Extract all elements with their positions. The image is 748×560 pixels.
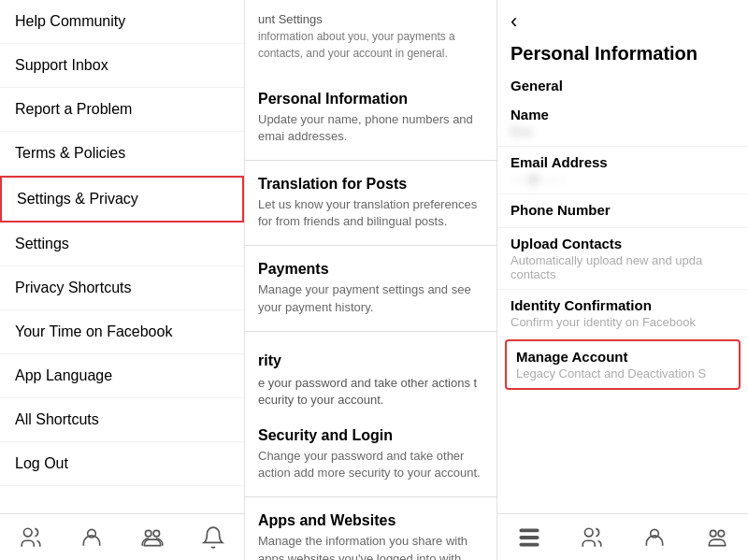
left-menu-item[interactable]: Log Out xyxy=(0,442,244,486)
svg-point-14 xyxy=(718,530,725,537)
left-menu-item[interactable]: Terms & Policies xyxy=(0,132,244,176)
general-heading: General xyxy=(497,72,748,99)
top-bar: ‹ xyxy=(497,0,748,39)
info-value: ·····@···.··· xyxy=(511,172,735,186)
left-menu-item[interactable]: Support Inbox xyxy=(0,44,244,88)
menu-icon-r[interactable] xyxy=(516,524,542,551)
right-panel: ‹ Personal Information General NameEvaEm… xyxy=(497,0,748,560)
security-sections: Security and Login Change your password … xyxy=(245,416,496,560)
left-menu-item[interactable]: Help Community xyxy=(0,0,244,44)
svg-point-0 xyxy=(23,528,32,537)
settings-section[interactable]: Personal Information Update your name, p… xyxy=(245,79,496,156)
divider xyxy=(245,331,496,332)
left-menu-item[interactable]: Settings & Privacy xyxy=(0,176,244,223)
left-bottom-nav xyxy=(0,513,244,560)
middle-panel: unt Settings information about you, your… xyxy=(245,0,497,560)
info-label: Upload Contacts xyxy=(511,236,735,251)
info-label: Name xyxy=(511,107,735,122)
section-title: Translation for Posts xyxy=(258,176,483,193)
info-value: Automatically upload new and upda contac… xyxy=(511,253,735,281)
left-panel: Help CommunitySupport InboxReport a Prob… xyxy=(0,0,245,560)
security-section-desc: Change your password and take other acti… xyxy=(258,448,483,481)
right-bottom-nav xyxy=(497,513,748,560)
middle-sections: Personal Information Update your name, p… xyxy=(245,79,496,336)
section-desc: Manage your payment settings and see you… xyxy=(258,281,483,315)
section-desc: Let us know your translation preferences… xyxy=(258,196,483,230)
right-items: NameEvaEmail Address·····@···.···Phone N… xyxy=(497,99,748,392)
svg-point-3 xyxy=(153,530,160,537)
left-menu-item[interactable]: Settings xyxy=(0,223,244,266)
info-item[interactable]: Phone Number xyxy=(497,194,748,228)
group-icon[interactable] xyxy=(139,524,165,551)
info-item[interactable]: NameEva xyxy=(497,99,748,147)
svg-rect-10 xyxy=(520,543,539,545)
left-menu-item[interactable]: Report a Problem xyxy=(0,88,244,132)
left-menu: Help CommunitySupport InboxReport a Prob… xyxy=(0,0,244,486)
section-title: Personal Information xyxy=(258,91,483,108)
svg-rect-9 xyxy=(520,536,539,538)
back-arrow-icon[interactable]: ‹ xyxy=(511,9,517,34)
info-item[interactable]: Identity ConfirmationConfirm your identi… xyxy=(497,290,748,337)
bell-icon[interactable] xyxy=(200,524,226,551)
section-title: Payments xyxy=(258,261,483,278)
security-section-title: Apps and Websites xyxy=(258,512,483,529)
security-section-item[interactable]: Apps and Websites Manage the information… xyxy=(245,501,496,560)
info-label: Phone Number xyxy=(511,202,735,218)
security-section-desc: Manage the information you share with ap… xyxy=(258,533,483,560)
security-section-title: Security and Login xyxy=(258,427,483,444)
people-icon-r[interactable] xyxy=(579,524,605,551)
settings-section[interactable]: Payments Manage your payment settings an… xyxy=(245,250,496,326)
info-value: Confirm your identity on Facebook xyxy=(511,315,735,329)
info-value: Legacy Contact and Deactivation S xyxy=(516,366,729,381)
svg-point-2 xyxy=(146,530,152,537)
security-desc: e your password and take other actions t… xyxy=(245,373,496,416)
info-item[interactable]: Email Address·····@···.··· xyxy=(497,147,748,194)
left-menu-item[interactable]: Your Time on Facebook xyxy=(0,310,244,354)
page-title: Personal Information xyxy=(497,39,748,72)
divider xyxy=(245,160,496,161)
divider xyxy=(245,496,496,497)
security-label: rity xyxy=(245,343,496,373)
left-menu-item[interactable]: All Shortcuts xyxy=(0,398,244,442)
security-section-item[interactable]: Security and Login Change your password … xyxy=(245,416,496,493)
group-icon-r[interactable] xyxy=(704,524,730,551)
svg-point-13 xyxy=(710,530,716,537)
info-label: Manage Account xyxy=(516,349,729,365)
person-icon-r[interactable] xyxy=(641,524,668,551)
info-label: Email Address xyxy=(511,154,735,170)
svg-point-11 xyxy=(584,528,593,537)
person-icon[interactable] xyxy=(79,524,105,551)
account-settings-header: unt Settings information about you, your… xyxy=(245,0,496,68)
info-label: Identity Confirmation xyxy=(511,297,735,313)
left-menu-item[interactable]: Privacy Shortcuts xyxy=(0,266,244,310)
section-desc: Update your name, phone numbers and emai… xyxy=(258,111,483,145)
left-menu-item[interactable]: App Language xyxy=(0,354,244,398)
divider xyxy=(245,245,496,246)
info-item[interactable]: Manage AccountLegacy Contact and Deactiv… xyxy=(505,339,741,390)
info-item[interactable]: Upload ContactsAutomatically upload new … xyxy=(497,228,748,290)
svg-rect-8 xyxy=(520,529,539,531)
settings-section[interactable]: Translation for Posts Let us know your t… xyxy=(245,165,496,241)
info-value: Eva xyxy=(511,124,735,138)
people-icon[interactable] xyxy=(18,524,44,551)
